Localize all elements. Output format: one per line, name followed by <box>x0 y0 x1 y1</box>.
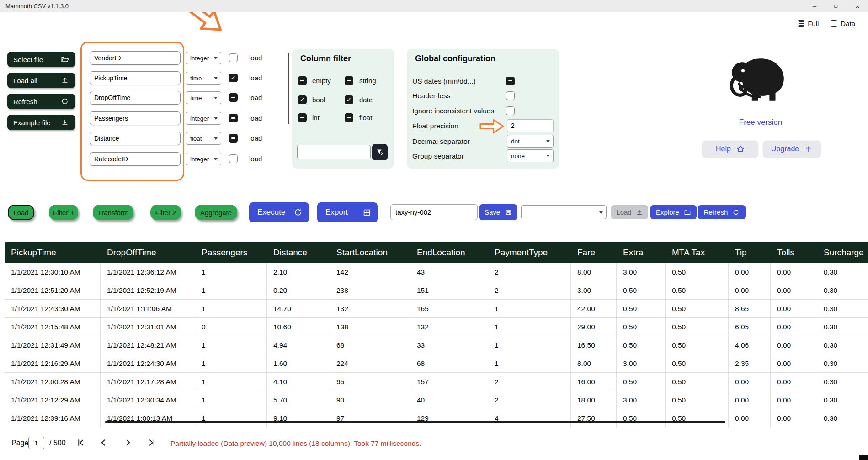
column-header-extra[interactable]: Extra <box>617 248 666 258</box>
global-header-less-checkbox[interactable] <box>506 91 515 100</box>
filter-date-checkbox[interactable] <box>345 95 353 104</box>
global-decimal-separator-select[interactable]: dot <box>507 135 554 148</box>
minimize-button[interactable] <box>804 0 825 12</box>
sidebar-button-select-file[interactable]: Select file <box>7 52 75 67</box>
pipeline-step-load[interactable]: Load <box>8 205 34 220</box>
sidebar-button-refresh[interactable]: Refresh <box>7 94 75 109</box>
clear-filter-button[interactable] <box>372 144 388 160</box>
arrow-up-icon <box>804 145 813 153</box>
maximize-button[interactable] <box>825 0 847 12</box>
table-cell: 1/1/2021 12:15:48 AM <box>5 318 101 336</box>
column-name-input[interactable] <box>90 152 181 166</box>
filter-float-checkbox[interactable] <box>345 113 353 122</box>
column-header-endlocation[interactable]: EndLocation <box>410 248 488 258</box>
dataset-name-input[interactable] <box>390 204 478 220</box>
export-button[interactable]: Export <box>317 202 378 222</box>
global-group-separator-select[interactable]: none <box>507 149 554 162</box>
column-name-input[interactable] <box>90 51 181 65</box>
column-name-input[interactable] <box>90 91 181 105</box>
horizontal-scrollbar[interactable] <box>105 421 725 423</box>
data-view-toggle[interactable]: Data <box>831 20 855 27</box>
pipeline-step-filter-1[interactable]: Filter 1 <box>49 205 78 220</box>
table-cell: 0.50 <box>617 300 666 317</box>
pipeline-step-filter-2[interactable]: Filter 2 <box>150 205 181 220</box>
column-header-tolls[interactable]: Tolls <box>771 248 817 258</box>
column-type-select[interactable]: time <box>186 72 221 85</box>
table-cell: 33 <box>410 336 488 354</box>
column-header-surcharge[interactable]: Surcharge <box>817 248 868 258</box>
last-page-button[interactable] <box>148 438 157 447</box>
next-page-button[interactable] <box>123 438 133 447</box>
filter-empty-checkbox[interactable] <box>298 76 307 85</box>
column-name-input[interactable] <box>90 71 181 85</box>
table-cell: 1 <box>195 409 267 427</box>
pipeline-step-transform[interactable]: Transform <box>93 205 133 220</box>
column-load-checkbox[interactable] <box>229 154 238 163</box>
table-cell: 0.00 <box>771 281 817 299</box>
column-header-distance[interactable]: Distance <box>267 248 330 258</box>
column-header-fare[interactable]: Fare <box>571 248 617 258</box>
first-page-button[interactable] <box>76 438 85 447</box>
global-ignore-inconsistent-values-checkbox[interactable] <box>506 106 515 115</box>
table-cell: 4.94 <box>267 336 330 354</box>
chevron-last-icon <box>148 438 157 447</box>
column-type-select[interactable]: integer <box>186 112 221 125</box>
execute-button[interactable]: Execute <box>249 202 309 222</box>
global-float-precision-input[interactable] <box>507 119 554 132</box>
page-label: Page <box>11 439 28 447</box>
column-load-checkbox[interactable] <box>229 53 238 62</box>
column-type-select[interactable]: float <box>186 132 221 145</box>
column-load-checkbox[interactable] <box>229 134 238 143</box>
column-name-input[interactable] <box>90 111 181 125</box>
table-cell: 1/1/2021 12:36:12 AM <box>101 263 195 281</box>
table-row: 1/1/2021 12:16:29 AM1/1/2021 12:24:30 AM… <box>5 354 868 373</box>
global-us-dates-mm-dd-checkbox[interactable] <box>506 77 515 85</box>
column-header-dropofftime[interactable]: DropOffTime <box>101 248 195 258</box>
close-button[interactable] <box>847 0 868 12</box>
column-filter-input[interactable] <box>297 145 371 159</box>
upgrade-button[interactable]: Upgrade <box>763 141 820 157</box>
save-button[interactable]: Save <box>479 204 517 220</box>
global-config-title: Global configuration <box>415 54 495 63</box>
table-cell: 2 <box>488 263 571 281</box>
previous-page-button[interactable] <box>99 438 108 447</box>
filter-int-checkbox[interactable] <box>298 113 307 122</box>
sidebar-button-example-file[interactable]: Example file <box>7 115 75 130</box>
column-load-checkbox[interactable] <box>229 93 238 102</box>
column-type-select[interactable]: integer <box>186 153 221 165</box>
refresh-saved-button[interactable]: Refresh <box>698 205 746 219</box>
table-cell: 1/1/2021 12:48:21 AM <box>101 336 195 354</box>
sidebar-button-load-all[interactable]: Load all <box>7 73 75 88</box>
table-cell: 0.50 <box>666 354 729 372</box>
table-cell: 157 <box>410 373 488 391</box>
page-number-input[interactable] <box>28 437 44 449</box>
table-cell: 95 <box>330 373 410 391</box>
table-cell: 1 <box>488 354 571 372</box>
annotation-arrow-precision <box>479 118 505 135</box>
filter-string-checkbox[interactable] <box>345 76 353 85</box>
table-cell: 0.00 <box>771 300 817 317</box>
help-button[interactable]: Help <box>703 141 758 157</box>
column-header-passengers[interactable]: Passengers <box>195 248 267 258</box>
column-type-select[interactable]: time <box>186 91 221 104</box>
column-name-input[interactable] <box>90 132 181 145</box>
column-header-startlocation[interactable]: StartLocation <box>330 248 410 258</box>
table-cell: 2 <box>488 281 571 299</box>
download-icon <box>61 118 69 127</box>
column-load-checkbox[interactable] <box>229 74 238 82</box>
column-header-paymenttype[interactable]: PaymentType <box>488 248 571 258</box>
column-header-tip[interactable]: Tip <box>729 248 771 258</box>
house-icon <box>736 145 745 153</box>
column-load-checkbox[interactable] <box>229 114 238 122</box>
explore-button[interactable]: Explore <box>650 205 697 219</box>
table-cell: 0.50 <box>666 263 729 281</box>
column-type-select[interactable]: integer <box>186 52 221 64</box>
column-header-pickuptime[interactable]: PickupTime <box>5 248 101 258</box>
saved-configs-select[interactable] <box>521 205 607 219</box>
filter-bool-checkbox[interactable] <box>298 95 307 104</box>
table-cell: 0.50 <box>666 281 729 299</box>
pipeline-step-aggregate[interactable]: Aggregate <box>195 205 237 220</box>
column-header-mta-tax[interactable]: MTA Tax <box>666 248 729 258</box>
full-view-toggle[interactable]: Full <box>798 20 819 27</box>
load-config-button[interactable]: Load <box>611 205 648 219</box>
